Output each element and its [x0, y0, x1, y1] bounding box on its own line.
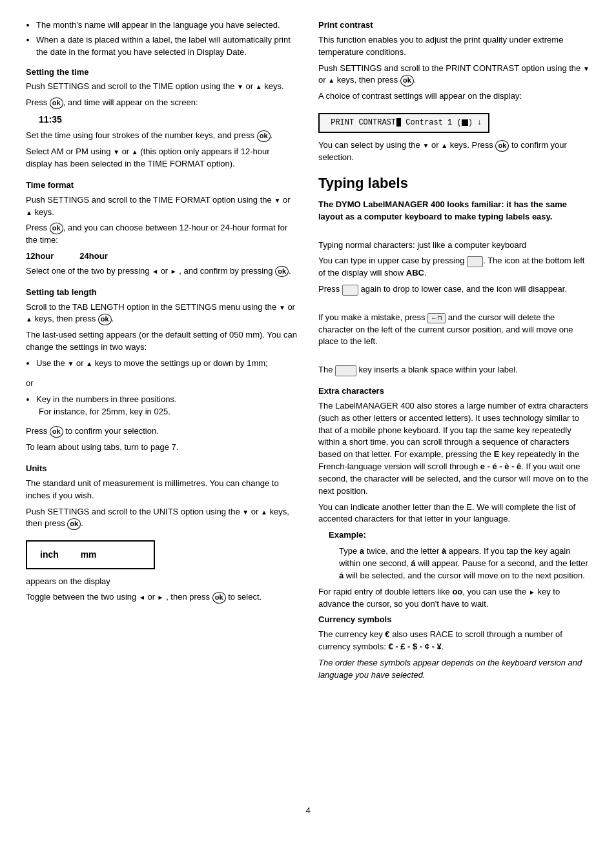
units-title: Units: [26, 463, 298, 475]
setting-time-title: Setting the time: [26, 66, 298, 79]
right-column: Print contrast This function enables you…: [318, 19, 590, 792]
unit-mm: mm: [81, 549, 97, 560]
typing-para4: If you make a mistake, press ←⊓ and the …: [318, 312, 590, 349]
print-contrast-para1: This function enables you to adjust the …: [318, 34, 590, 59]
typing-labels-section: Typing labels The DYMO LabelMANAGER 400 …: [318, 173, 590, 376]
extra-chars-section: Extra characters The LabelMANAGER 400 al…: [318, 385, 590, 682]
typing-labels-subheading: The DYMO LabelMANAGER 400 looks familiar…: [318, 199, 590, 223]
tab-bullet-1: Use the or keys to move the settings up …: [36, 358, 298, 370]
setting-time-section: Setting the time Push SETTINGS and scrol…: [26, 66, 298, 170]
units-display-box: inch mm: [26, 540, 155, 569]
tab-or: or: [26, 378, 298, 390]
tab-length-para2: The last-used setting appears (or the de…: [26, 329, 298, 354]
time-format-options: 12hour 24hour: [26, 250, 298, 263]
intro-bullets: The month's name will appear in the lang…: [36, 19, 298, 59]
typing-para2: You can type in upper case by pressing .…: [318, 255, 590, 279]
print-contrast-para4: You can select by using the or keys. Pre…: [318, 139, 590, 164]
bullet-item: The month's name will appear in the lang…: [36, 19, 298, 32]
tab-length-title: Setting tab length: [26, 287, 298, 299]
tab-bullets-2: Key in the numbers in three positions.Fo…: [36, 394, 298, 418]
typing-para5: The key inserts a blank space within you…: [318, 364, 590, 376]
time-format-section: Time format Push SETTINGS and scroll to …: [26, 179, 298, 278]
24hour-label: 24hour: [79, 250, 107, 263]
contrast-lcd-line2: Contrast 1 () ↓: [406, 118, 482, 127]
tab-length-section: Setting tab length Scroll to the TAB LEN…: [26, 287, 298, 454]
print-contrast-para3: A choice of contrast settings will appea…: [318, 90, 590, 103]
time-format-title: Time format: [26, 179, 298, 192]
page-number: 4: [26, 805, 590, 817]
extra-chars-para3: For rapid entry of double letters like o…: [318, 586, 590, 611]
setting-time-para2: Press ok, and time will appear on the sc…: [26, 97, 298, 109]
setting-time-para3: Set the time using four strokes of the n…: [26, 130, 298, 142]
unit-inch: inch: [40, 549, 59, 560]
content-columns: The month's name will appear in the lang…: [26, 19, 590, 792]
contrast-lcd-line1: PRINT CONTRAST: [326, 118, 401, 127]
typing-para1: Typing normal characters: just like a co…: [318, 239, 590, 252]
currency-para: The currency key € also uses RACE to scr…: [318, 629, 590, 653]
page: The month's name will appear in the lang…: [0, 0, 616, 843]
time-format-para2: Press ok, and you can choose between 12-…: [26, 222, 298, 247]
tab-para4: To learn about using tabs, turn to page …: [26, 442, 298, 454]
example-text: Type a twice, and the letter à appears. …: [339, 545, 590, 582]
units-para4: Toggle between the two using or , then p…: [26, 591, 298, 604]
example-block: Example: Type a twice, and the letter à …: [329, 529, 590, 582]
extra-chars-para1: The LabelMANAGER 400 also stores a large…: [318, 400, 590, 498]
typing-labels-heading: Typing labels: [318, 173, 590, 194]
12hour-label: 12hour: [26, 250, 54, 263]
print-contrast-title: Print contrast: [318, 19, 590, 32]
currency-title: Currency symbols: [318, 614, 590, 626]
setting-time-para1: Push SETTINGS and scroll to the TIME opt…: [26, 81, 298, 93]
tab-bullet-2: Key in the numbers in three positions.Fo…: [36, 394, 298, 418]
extra-chars-para2: You can indicate another letter than the…: [318, 502, 590, 526]
units-para1: The standard unit of measurement is mill…: [26, 478, 298, 502]
bullet-item: When a date is placed within a label, th…: [36, 34, 298, 59]
time-format-para3: Select one of the two by pressing or , a…: [26, 265, 298, 278]
extra-chars-title: Extra characters: [318, 385, 590, 398]
left-column: The month's name will appear in the lang…: [26, 19, 298, 792]
typing-para3: Press again to drop to lower case, and t…: [318, 283, 590, 296]
contrast-lcd-box: PRINT CONTRAST Contrast 1 () ↓: [318, 113, 489, 133]
tab-length-para1: Scroll to the TAB LENGTH option in the S…: [26, 301, 298, 326]
currency-italic: The order these symbols appear depends o…: [318, 657, 590, 682]
example-title: Example:: [329, 529, 590, 542]
tab-bullets: Use the or keys to move the settings up …: [36, 358, 298, 370]
units-para2: Push SETTINGS and scroll to the UNITS op…: [26, 506, 298, 531]
print-contrast-section: Print contrast This function enables you…: [318, 19, 590, 164]
time-display: 11:35: [39, 113, 298, 126]
time-format-para1: Push SETTINGS and scroll to the TIME FOR…: [26, 194, 298, 219]
setting-time-para4: Select AM or PM using or (this option on…: [26, 146, 298, 170]
units-para3: appears on the display: [26, 576, 298, 588]
units-section: Units The standard unit of measurement i…: [26, 463, 298, 604]
tab-para3: Press ok to confirm your selection.: [26, 425, 298, 438]
print-contrast-para2: Push SETTINGS and scroll to the PRINT CO…: [318, 63, 590, 87]
